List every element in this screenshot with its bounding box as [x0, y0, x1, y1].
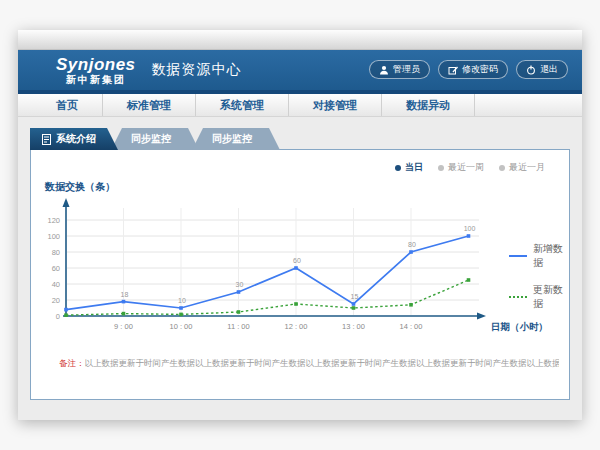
svg-text:12 : 00: 12 : 00 — [285, 322, 308, 331]
content-area: 系统介绍同步监控同步监控 当日最近一周最近一月 数据交换（条） 02040608… — [18, 117, 582, 420]
time-range-label: 最近一周 — [448, 161, 484, 174]
svg-text:15: 15 — [351, 293, 359, 300]
svg-text:18: 18 — [121, 291, 129, 298]
power-icon — [526, 65, 536, 75]
time-range-label: 当日 — [405, 161, 423, 174]
footnote-text: 以上数据更新于时间产生数据以上数据更新于时间产生数据以上数据更新于时间产生数据以… — [85, 358, 560, 368]
legend-line-swatch — [509, 296, 527, 298]
nav-item[interactable]: 首页 — [32, 94, 103, 116]
data-exchange-line-chart: 0204060801001209 : 0010 : 0011 : 0012 : … — [31, 194, 561, 364]
logo-brand-text: Synjones — [56, 56, 136, 73]
company-logo: Synjones 新中新集团 — [56, 56, 136, 85]
svg-text:13 : 00: 13 : 00 — [342, 322, 365, 331]
svg-text:0: 0 — [56, 312, 60, 321]
footnote: 备注：以上数据更新于时间产生数据以上数据更新于时间产生数据以上数据更新于时间产生… — [59, 358, 559, 370]
nav-item[interactable]: 数据异动 — [382, 94, 475, 116]
tab-label: 同步监控 — [131, 128, 171, 150]
nav-item[interactable]: 标准管理 — [103, 94, 196, 116]
time-range-option[interactable]: 最近一周 — [438, 161, 484, 174]
svg-text:60: 60 — [293, 257, 301, 264]
legend-series-name: 更新数据 — [533, 283, 569, 311]
logout-button[interactable]: 退出 — [516, 60, 568, 79]
svg-text:日期（小时）: 日期（小时） — [491, 321, 548, 333]
svg-text:9 : 00: 9 : 00 — [114, 322, 133, 331]
svg-text:10 : 00: 10 : 00 — [170, 322, 193, 331]
app-header: Synjones 新中新集团 数据资源中心 管理员 修改密码 退出 — [18, 50, 582, 90]
time-range-label: 最近一月 — [509, 161, 545, 174]
tab[interactable]: 同步监控 — [192, 128, 280, 150]
nav-item[interactable]: 对接管理 — [289, 94, 382, 116]
legend-item: 更新数据 — [509, 283, 569, 311]
page-title: 数据资源中心 — [152, 61, 242, 79]
window-chrome-strip — [18, 30, 582, 50]
y-axis-title: 数据交换（条） — [45, 180, 115, 194]
svg-text:100: 100 — [464, 225, 476, 232]
radio-dot-icon — [438, 165, 444, 171]
radio-dot-icon — [395, 165, 401, 171]
logo-company-name: 新中新集团 — [66, 75, 126, 85]
radio-dot-icon — [499, 165, 505, 171]
chart-legend: 新增数据更新数据 — [509, 242, 569, 311]
admin-user-button[interactable]: 管理员 — [369, 60, 430, 79]
svg-text:80: 80 — [408, 241, 416, 248]
svg-text:30: 30 — [236, 281, 244, 288]
legend-item: 新增数据 — [509, 242, 569, 270]
time-range-option[interactable]: 最近一月 — [499, 161, 545, 174]
svg-text:80: 80 — [52, 248, 60, 257]
time-range-selector: 当日最近一周最近一月 — [395, 161, 545, 174]
tab-bar: 系统介绍同步监控同步监控 — [30, 128, 570, 150]
header-actions: 管理员 修改密码 退出 — [369, 60, 568, 79]
svg-text:120: 120 — [47, 216, 60, 225]
chart-panel: 当日最近一周最近一月 数据交换（条） 0204060801001209 : 00… — [30, 149, 570, 400]
svg-text:20: 20 — [52, 296, 60, 305]
svg-text:14 : 00: 14 : 00 — [400, 322, 423, 331]
app-window: Synjones 新中新集团 数据资源中心 管理员 修改密码 退出 — [18, 30, 582, 420]
nav-item[interactable]: 系统管理 — [196, 94, 289, 116]
svg-text:60: 60 — [52, 264, 60, 273]
tab[interactable]: 同步监控 — [111, 128, 199, 150]
document-icon — [42, 134, 51, 145]
change-password-button[interactable]: 修改密码 — [438, 60, 508, 79]
svg-text:100: 100 — [47, 232, 60, 241]
logout-label: 退出 — [540, 63, 558, 76]
tab-label: 同步监控 — [212, 128, 252, 150]
legend-line-swatch — [509, 255, 527, 257]
svg-text:40: 40 — [52, 280, 60, 289]
user-icon — [379, 65, 389, 75]
svg-text:11 : 00: 11 : 00 — [227, 322, 249, 331]
edit-icon — [448, 65, 458, 75]
legend-series-name: 新增数据 — [533, 242, 569, 270]
svg-text:10: 10 — [178, 297, 186, 304]
main-nav: 首页标准管理系统管理对接管理数据异动 — [18, 94, 582, 117]
tab[interactable]: 系统介绍 — [30, 128, 118, 150]
footnote-label: 备注： — [59, 358, 85, 368]
admin-user-label: 管理员 — [393, 63, 420, 76]
tab-label: 系统介绍 — [56, 128, 96, 150]
time-range-option[interactable]: 当日 — [395, 161, 423, 174]
change-password-label: 修改密码 — [462, 63, 498, 76]
